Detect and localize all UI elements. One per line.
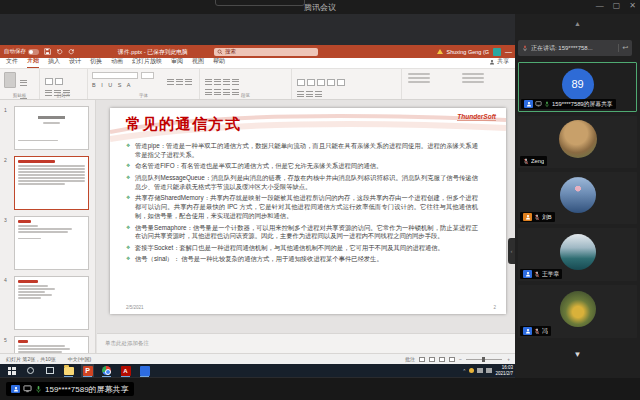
zoom-slider[interactable] bbox=[466, 359, 502, 360]
participant-tile[interactable]: 刘B bbox=[518, 172, 637, 224]
thumbnail-slide-4[interactable] bbox=[14, 276, 89, 330]
collapse-up-arrow[interactable]: ▲ bbox=[515, 20, 640, 27]
bullet-messagequeue: 消息队列MessageQueue：消息队列是由消息的链表，存放在内核中并由消息队… bbox=[126, 174, 478, 192]
tray-status-icon[interactable] bbox=[469, 368, 474, 373]
account-avatar[interactable] bbox=[493, 48, 501, 56]
participant-tile-sharer[interactable]: 89 159****7589的屏幕共享 bbox=[518, 62, 637, 112]
sidebar-collapse-handle[interactable]: ‹ bbox=[508, 238, 515, 264]
participant-name: Zeng bbox=[531, 158, 544, 164]
ppt-statusbar: 幻灯片 第2张，共10张 中文(中国) 批注 − ＋ bbox=[0, 353, 515, 364]
arrange-buttons[interactable] bbox=[462, 73, 484, 83]
blue-app-button[interactable] bbox=[138, 364, 151, 377]
powerpoint-icon: P bbox=[83, 366, 93, 376]
share-button[interactable]: 共享 bbox=[489, 57, 509, 66]
font-name-select[interactable] bbox=[92, 72, 138, 79]
font-size-select[interactable] bbox=[141, 72, 154, 79]
thumbnail-slide-5[interactable] bbox=[14, 336, 89, 353]
sharing-status-chip: 159****7589的屏幕共享 bbox=[6, 382, 134, 396]
taskbar-clock[interactable]: 16:03 2021/2/7 bbox=[495, 365, 513, 375]
avatar: 89 bbox=[562, 68, 594, 100]
search-icon bbox=[217, 49, 223, 55]
tab-animations[interactable]: 动画 bbox=[111, 57, 123, 68]
adobe-button[interactable]: A bbox=[119, 364, 132, 377]
close-icon[interactable]: ✕ bbox=[629, 1, 636, 10]
account-name[interactable]: Shuxing Geng (G bbox=[447, 49, 490, 55]
editing-buttons[interactable] bbox=[408, 73, 430, 83]
task-view-button[interactable] bbox=[43, 364, 56, 377]
thumbnail-row: 3 bbox=[14, 216, 89, 270]
file-explorer-button[interactable] bbox=[62, 364, 75, 377]
tab-review[interactable]: 审阅 bbox=[171, 57, 183, 68]
start-button[interactable] bbox=[5, 364, 18, 377]
slide-thumbnail-panel: 1 2 3 bbox=[0, 100, 96, 353]
cortana-icon bbox=[27, 367, 34, 374]
redo-icon[interactable] bbox=[68, 48, 75, 55]
thumbnail-row: 1 bbox=[14, 106, 89, 150]
slide-page-number: 2 bbox=[493, 305, 496, 310]
tab-home[interactable]: 开始 bbox=[27, 56, 39, 68]
notes-pane[interactable]: 单击此处添加备注 bbox=[97, 333, 515, 353]
tray-network-icon[interactable] bbox=[477, 368, 483, 373]
bullet-semaphore: 信号量Semaphore：信号量是一个计数器，可以用来控制多个进程对共享资源的访… bbox=[126, 224, 478, 242]
slide-canvas[interactable]: ThunderSoft 常见的通信方式 管道pipe：管道是一种半双工的通信方式… bbox=[110, 108, 506, 314]
slideshow-view-icon[interactable] bbox=[449, 357, 455, 362]
member-badge-icon bbox=[11, 385, 20, 393]
powerpoint-button[interactable]: P bbox=[81, 364, 94, 377]
sharing-status-label: 159****7589的屏幕共享 bbox=[45, 384, 129, 395]
mic-muted-icon bbox=[534, 214, 540, 221]
slide-layout-button[interactable] bbox=[44, 83, 71, 101]
participant-tile[interactable]: 王学章 bbox=[518, 228, 637, 281]
search-taskbar-button[interactable] bbox=[24, 364, 37, 377]
collapse-down-arrow[interactable]: ▼ bbox=[515, 350, 640, 359]
normal-view-icon[interactable] bbox=[419, 357, 425, 362]
search-input[interactable]: 搜索 bbox=[214, 48, 318, 56]
tab-file[interactable]: 文件 bbox=[6, 57, 18, 68]
group-label-clipboard: 剪贴板 bbox=[0, 93, 39, 98]
thumbnail-slide-3[interactable] bbox=[14, 216, 89, 270]
reading-view-icon[interactable] bbox=[439, 357, 445, 362]
windows-logo-icon bbox=[8, 367, 16, 375]
thumbnail-slide-1[interactable] bbox=[14, 106, 89, 150]
participant-tile[interactable]: 冯 bbox=[518, 285, 637, 338]
autosave-control[interactable]: 自动保存 bbox=[4, 48, 39, 55]
minimize-icon[interactable]: — bbox=[596, 1, 604, 10]
participant-tile[interactable]: Zeng bbox=[518, 116, 637, 168]
tab-transitions[interactable]: 切换 bbox=[90, 57, 102, 68]
ppt-document-area: 1 2 3 bbox=[0, 100, 515, 353]
tab-insert[interactable]: 插入 bbox=[48, 57, 60, 68]
participant-name: 159****7589的屏幕共享 bbox=[552, 100, 613, 109]
clock-date: 2021/2/7 bbox=[495, 371, 513, 376]
ppt-minimize-icon[interactable]: — bbox=[505, 48, 512, 55]
ribbon-tab-bar: 文件 开始 插入 设计 切换 动画 幻灯片放映 审阅 视图 帮助 共享 bbox=[0, 58, 515, 69]
undo-icon[interactable] bbox=[56, 48, 63, 55]
back-arrow-icon[interactable]: ↩ bbox=[618, 44, 628, 52]
participant-label: 冯 bbox=[520, 326, 551, 336]
language-indicator[interactable]: 中文(中国) bbox=[68, 356, 91, 362]
sorter-view-icon[interactable] bbox=[429, 357, 435, 362]
paste-button[interactable] bbox=[4, 72, 16, 88]
mic-on-icon bbox=[35, 385, 42, 394]
zoom-out-icon[interactable]: − bbox=[459, 356, 462, 362]
member-badge-icon bbox=[523, 327, 532, 335]
notes-toggle[interactable]: 批注 bbox=[405, 356, 415, 362]
chrome-button[interactable] bbox=[100, 364, 113, 377]
font-format-buttons[interactable]: B I U S A bbox=[92, 82, 132, 88]
ribbon-group-clipboard: 剪贴板 bbox=[0, 69, 40, 99]
save-icon[interactable] bbox=[44, 48, 51, 55]
zoom-in-icon[interactable]: ＋ bbox=[506, 356, 511, 362]
tray-volume-icon[interactable] bbox=[486, 368, 492, 373]
maximize-icon[interactable]: ▢ bbox=[613, 1, 621, 10]
thundersoft-logo: ThunderSoft bbox=[457, 113, 496, 121]
slide-counter: 幻灯片 第2张，共10张 bbox=[6, 356, 56, 362]
thumbnail-slide-2-selected[interactable] bbox=[14, 156, 89, 210]
tab-view[interactable]: 视图 bbox=[192, 57, 204, 68]
tab-design[interactable]: 设计 bbox=[69, 57, 81, 68]
font-grow-shrink[interactable] bbox=[166, 72, 193, 90]
tray-expand-icon[interactable]: ⌃ bbox=[462, 368, 466, 374]
thumbnail-number: 2 bbox=[4, 157, 7, 163]
warning-icon bbox=[437, 49, 443, 54]
autosave-toggle[interactable] bbox=[28, 49, 39, 55]
tab-help[interactable]: 帮助 bbox=[213, 57, 225, 68]
member-badge-icon bbox=[523, 270, 532, 278]
tab-slideshow[interactable]: 幻灯片放映 bbox=[132, 57, 162, 68]
